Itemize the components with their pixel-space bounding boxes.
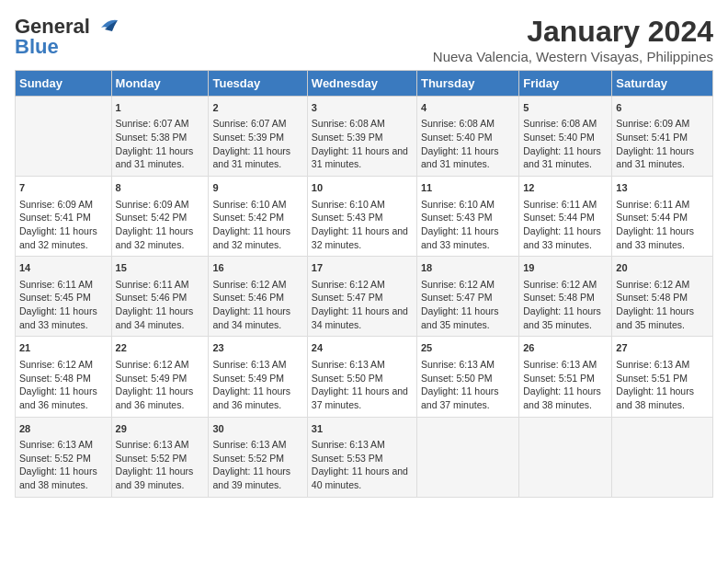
daylight: Daylight: 11 hours and 31 minutes. xyxy=(421,145,499,170)
calendar-cell xyxy=(416,417,518,497)
daylight: Daylight: 11 hours and 32 minutes. xyxy=(116,225,194,250)
cell-content: Sunrise: 6:13 AMSunset: 5:49 PMDaylight:… xyxy=(212,358,302,412)
calendar-cell: 23Sunrise: 6:13 AMSunset: 5:49 PMDayligh… xyxy=(209,337,307,417)
cell-content: Sunrise: 6:13 AMSunset: 5:52 PMDaylight:… xyxy=(19,438,108,492)
sunset: Sunset: 5:40 PM xyxy=(523,132,595,143)
cell-content: Sunrise: 6:12 AMSunset: 5:47 PMDaylight:… xyxy=(312,278,413,332)
calendar-cell: 21Sunrise: 6:12 AMSunset: 5:48 PMDayligh… xyxy=(16,337,112,417)
calendar-cell: 28Sunrise: 6:13 AMSunset: 5:52 PMDayligh… xyxy=(16,417,112,497)
day-number: 19 xyxy=(523,261,608,275)
sunrise: Sunrise: 6:13 AM xyxy=(116,439,189,450)
cell-content: Sunrise: 6:11 AMSunset: 5:44 PMDaylight:… xyxy=(523,198,608,252)
calendar-cell: 17Sunrise: 6:12 AMSunset: 5:47 PMDayligh… xyxy=(307,257,416,337)
daylight: Daylight: 11 hours and 39 minutes. xyxy=(116,465,194,490)
daylight: Daylight: 11 hours and 36 minutes. xyxy=(116,385,194,410)
calendar-cell: 18Sunrise: 6:12 AMSunset: 5:47 PMDayligh… xyxy=(416,257,518,337)
sunset: Sunset: 5:44 PM xyxy=(616,212,688,223)
sunset: Sunset: 5:52 PM xyxy=(212,453,284,464)
calendar-cell: 6Sunrise: 6:09 AMSunset: 5:41 PMDaylight… xyxy=(612,97,713,177)
logo: General Blue xyxy=(15,15,118,59)
cell-content: Sunrise: 6:10 AMSunset: 5:42 PMDaylight:… xyxy=(212,198,302,252)
sunset: Sunset: 5:52 PM xyxy=(19,453,91,464)
sunset: Sunset: 5:46 PM xyxy=(212,292,284,303)
sunrise: Sunrise: 6:07 AM xyxy=(116,118,189,129)
calendar-cell: 1Sunrise: 6:07 AMSunset: 5:38 PMDaylight… xyxy=(111,97,209,177)
day-number: 15 xyxy=(116,261,205,275)
title-block: January 2024 Nueva Valencia, Western Vis… xyxy=(433,15,713,64)
cell-content: Sunrise: 6:13 AMSunset: 5:51 PMDaylight:… xyxy=(523,358,608,412)
sunset: Sunset: 5:40 PM xyxy=(421,132,493,143)
daylight: Daylight: 11 hours and 34 minutes. xyxy=(212,305,290,330)
day-number: 1 xyxy=(116,101,205,115)
cell-content: Sunrise: 6:08 AMSunset: 5:40 PMDaylight:… xyxy=(523,117,608,171)
sunset: Sunset: 5:50 PM xyxy=(421,373,493,384)
sunrise: Sunrise: 6:10 AM xyxy=(212,199,286,210)
calendar-week-row: 1Sunrise: 6:07 AMSunset: 5:38 PMDaylight… xyxy=(16,97,713,177)
day-number: 17 xyxy=(312,261,413,275)
header-tuesday: Tuesday xyxy=(209,71,307,97)
header-sunday: Sunday xyxy=(16,71,112,97)
calendar-cell: 31Sunrise: 6:13 AMSunset: 5:53 PMDayligh… xyxy=(307,417,416,497)
calendar-cell: 16Sunrise: 6:12 AMSunset: 5:46 PMDayligh… xyxy=(209,257,307,337)
header-monday: Monday xyxy=(111,71,209,97)
cell-content: Sunrise: 6:13 AMSunset: 5:51 PMDaylight:… xyxy=(616,358,709,412)
day-number: 16 xyxy=(212,261,302,275)
cell-content: Sunrise: 6:09 AMSunset: 5:41 PMDaylight:… xyxy=(616,117,709,171)
daylight: Daylight: 11 hours and 33 minutes. xyxy=(616,225,694,250)
sunset: Sunset: 5:42 PM xyxy=(116,212,188,223)
day-number: 13 xyxy=(616,181,709,195)
calendar-cell: 22Sunrise: 6:12 AMSunset: 5:49 PMDayligh… xyxy=(111,337,209,417)
cell-content: Sunrise: 6:12 AMSunset: 5:46 PMDaylight:… xyxy=(212,278,302,332)
cell-content: Sunrise: 6:13 AMSunset: 5:52 PMDaylight:… xyxy=(116,438,205,492)
sunset: Sunset: 5:48 PM xyxy=(616,292,688,303)
sunset: Sunset: 5:50 PM xyxy=(312,373,383,384)
sunset: Sunset: 5:45 PM xyxy=(19,292,91,303)
sunrise: Sunrise: 6:13 AM xyxy=(421,359,495,370)
daylight: Daylight: 11 hours and 31 minutes. xyxy=(312,145,408,170)
sunrise: Sunrise: 6:13 AM xyxy=(212,359,286,370)
logo-bird-icon xyxy=(92,17,118,37)
daylight: Daylight: 11 hours and 39 minutes. xyxy=(212,465,290,490)
day-number: 11 xyxy=(421,181,515,195)
calendar-cell: 14Sunrise: 6:11 AMSunset: 5:45 PMDayligh… xyxy=(16,257,112,337)
day-number: 8 xyxy=(116,181,205,195)
sunrise: Sunrise: 6:10 AM xyxy=(312,199,385,210)
sunset: Sunset: 5:39 PM xyxy=(312,132,383,143)
calendar-cell: 20Sunrise: 6:12 AMSunset: 5:48 PMDayligh… xyxy=(612,257,713,337)
sunrise: Sunrise: 6:13 AM xyxy=(19,439,93,450)
calendar-week-row: 21Sunrise: 6:12 AMSunset: 5:48 PMDayligh… xyxy=(16,337,713,417)
page-header: General Blue January 2024 Nueva Valencia… xyxy=(15,15,713,64)
daylight: Daylight: 11 hours and 33 minutes. xyxy=(19,305,97,330)
daylight: Daylight: 11 hours and 31 minutes. xyxy=(523,145,601,170)
sunset: Sunset: 5:47 PM xyxy=(421,292,493,303)
calendar-cell: 11Sunrise: 6:10 AMSunset: 5:43 PMDayligh… xyxy=(416,177,518,257)
daylight: Daylight: 11 hours and 32 minutes. xyxy=(312,225,408,250)
cell-content: Sunrise: 6:11 AMSunset: 5:46 PMDaylight:… xyxy=(116,278,205,332)
day-number: 4 xyxy=(421,101,515,115)
calendar-table: SundayMondayTuesdayWednesdayThursdayFrid… xyxy=(15,70,713,498)
calendar-cell: 2Sunrise: 6:07 AMSunset: 5:39 PMDaylight… xyxy=(209,97,307,177)
day-number: 7 xyxy=(19,181,108,195)
day-number: 27 xyxy=(616,341,709,355)
cell-content: Sunrise: 6:08 AMSunset: 5:39 PMDaylight:… xyxy=(312,117,413,171)
calendar-cell: 9Sunrise: 6:10 AMSunset: 5:42 PMDaylight… xyxy=(209,177,307,257)
daylight: Daylight: 11 hours and 31 minutes. xyxy=(616,145,694,170)
sunset: Sunset: 5:53 PM xyxy=(312,453,383,464)
day-number: 20 xyxy=(616,261,709,275)
sunrise: Sunrise: 6:09 AM xyxy=(116,199,189,210)
daylight: Daylight: 11 hours and 31 minutes. xyxy=(116,145,194,170)
day-number: 14 xyxy=(19,261,108,275)
calendar-cell: 3Sunrise: 6:08 AMSunset: 5:39 PMDaylight… xyxy=(307,97,416,177)
calendar-week-row: 14Sunrise: 6:11 AMSunset: 5:45 PMDayligh… xyxy=(16,257,713,337)
day-number: 29 xyxy=(116,422,205,436)
daylight: Daylight: 11 hours and 33 minutes. xyxy=(421,225,499,250)
sunrise: Sunrise: 6:08 AM xyxy=(421,118,495,129)
calendar-cell: 7Sunrise: 6:09 AMSunset: 5:41 PMDaylight… xyxy=(16,177,112,257)
cell-content: Sunrise: 6:13 AMSunset: 5:52 PMDaylight:… xyxy=(212,438,302,492)
sunrise: Sunrise: 6:11 AM xyxy=(523,199,597,210)
sunset: Sunset: 5:41 PM xyxy=(616,132,688,143)
day-number: 25 xyxy=(421,341,515,355)
daylight: Daylight: 11 hours and 36 minutes. xyxy=(212,385,290,410)
sunrise: Sunrise: 6:12 AM xyxy=(523,279,597,290)
calendar-cell: 12Sunrise: 6:11 AMSunset: 5:44 PMDayligh… xyxy=(519,177,612,257)
